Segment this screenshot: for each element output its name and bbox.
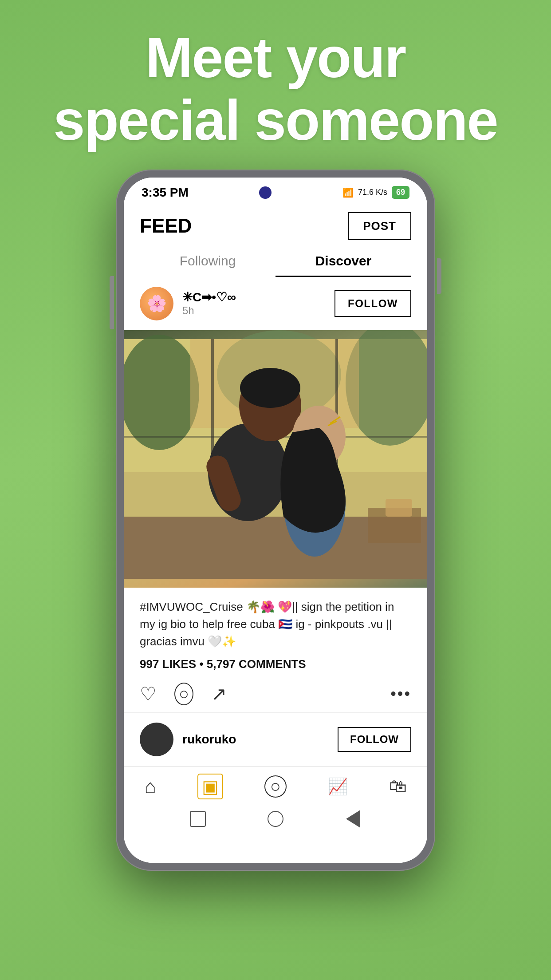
- svg-point-12: [240, 368, 300, 408]
- share-icon: ↗: [211, 683, 227, 705]
- post-image: [124, 330, 427, 588]
- post-username[interactable]: ✳C➡•♡∞: [182, 290, 335, 304]
- next-avatar: [140, 723, 173, 756]
- circle-icon: [268, 811, 283, 827]
- likes-count: 997 LIKES: [140, 657, 196, 671]
- tab-following[interactable]: Following: [140, 245, 276, 277]
- phone-shell: 3:35 PM 📶 71.6 K/s 69 FEED POST Followin…: [116, 170, 435, 871]
- avatar[interactable]: 🌸: [140, 287, 173, 320]
- nav-chat[interactable]: ○: [264, 775, 287, 798]
- post-user-row: 🌸 ✳C➡•♡∞ 5h FOLLOW: [124, 277, 427, 330]
- nav-feed[interactable]: ▣: [197, 774, 223, 799]
- power-button: [110, 276, 114, 329]
- avatar-image: 🌸: [140, 287, 173, 320]
- nav-home[interactable]: ⌂: [144, 775, 156, 798]
- follow-button[interactable]: FOLLOW: [335, 290, 411, 317]
- status-time: 3:35 PM: [142, 186, 189, 200]
- shop-icon: 🛍: [389, 776, 407, 796]
- comments-count: 5,797 COMMENTS: [207, 657, 306, 671]
- post-caption: #IMVUWOC_Cruise 🌴🌺 💖|| sign the petition…: [124, 588, 427, 657]
- chat-icon: ○: [264, 775, 287, 798]
- home-icon: ⌂: [144, 775, 156, 798]
- app-content: FEED POST Following Discover 🌸 ✳C➡•♡∞: [124, 203, 427, 863]
- front-camera: [259, 186, 272, 199]
- status-bar: 3:35 PM 📶 71.6 K/s 69: [124, 178, 427, 203]
- phone-screen: 3:35 PM 📶 71.6 K/s 69 FEED POST Followin…: [124, 178, 427, 863]
- hero-line2: special someone: [53, 89, 498, 152]
- feed-tabs: Following Discover: [124, 240, 427, 277]
- post-image-svg: [124, 330, 427, 588]
- bottom-nav: ⌂ ▣ ○ 📈 🛍: [124, 766, 427, 803]
- action-row: ♡ ○ ↗ •••: [124, 678, 427, 713]
- comment-icon: ○: [174, 683, 193, 705]
- user-info: ✳C➡•♡∞ 5h: [182, 290, 335, 317]
- status-icons: 📶 71.6 K/s 69: [342, 186, 409, 199]
- hero-line1: Meet your: [53, 27, 498, 89]
- triangle-icon: [346, 810, 360, 828]
- feed-icon: ▣: [197, 774, 223, 799]
- nav-shop[interactable]: 🛍: [389, 776, 407, 796]
- share-button[interactable]: ↗: [211, 683, 227, 705]
- post-time: 5h: [182, 304, 335, 317]
- hero-section: Meet your special someone: [53, 27, 498, 152]
- signal-speed: 71.6 K/s: [358, 188, 387, 197]
- heart-icon: ♡: [140, 683, 157, 705]
- svg-rect-19: [386, 499, 412, 517]
- separator: •: [199, 657, 206, 671]
- trending-icon: 📈: [328, 777, 348, 796]
- square-icon: [190, 811, 206, 827]
- tab-discover[interactable]: Discover: [276, 245, 411, 277]
- recents-button[interactable]: [188, 809, 208, 829]
- nav-trending[interactable]: 📈: [328, 777, 348, 796]
- battery-indicator: 69: [392, 186, 409, 199]
- like-button[interactable]: ♡: [140, 683, 157, 705]
- next-username[interactable]: rukoruko: [182, 732, 236, 747]
- post-button[interactable]: POST: [348, 212, 411, 240]
- comment-button[interactable]: ○: [174, 683, 193, 705]
- feed-title: FEED: [140, 215, 192, 237]
- next-post-row: rukoruko FOLLOW: [124, 713, 427, 766]
- volume-button: [437, 258, 441, 294]
- home-button[interactable]: [266, 809, 285, 829]
- back-button[interactable]: [343, 809, 363, 829]
- android-nav-bar: [124, 803, 427, 835]
- more-options[interactable]: •••: [390, 684, 411, 703]
- next-follow-button[interactable]: FOLLOW: [338, 727, 411, 752]
- likes-row: 997 LIKES • 5,797 COMMENTS: [124, 657, 427, 678]
- wifi-icon: 📶: [342, 187, 354, 198]
- feed-header: FEED POST: [124, 203, 427, 240]
